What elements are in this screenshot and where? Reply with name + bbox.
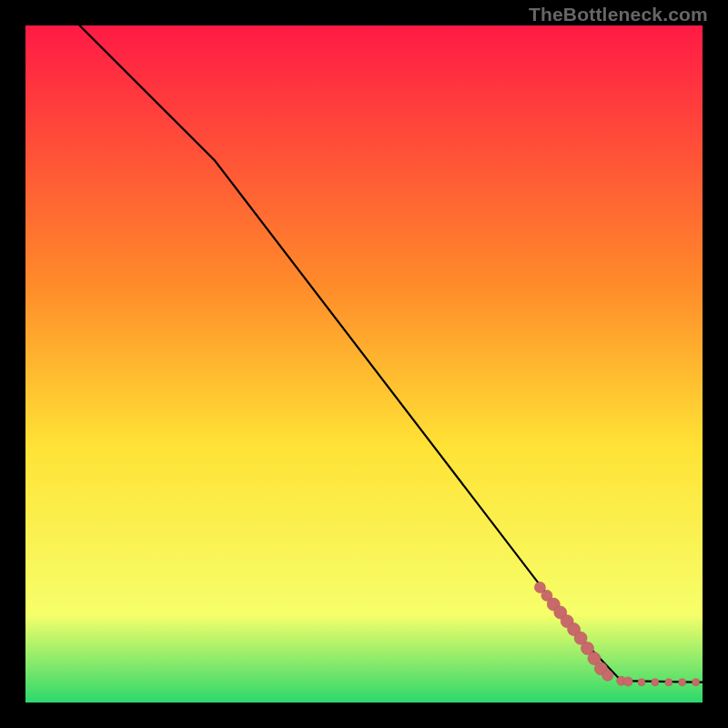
data-point <box>638 679 645 686</box>
data-point <box>623 677 632 686</box>
data-point <box>693 679 700 686</box>
chart-svg <box>25 25 703 703</box>
data-point <box>679 679 686 686</box>
gradient-background <box>25 25 703 703</box>
plot-area <box>25 25 703 703</box>
watermark-text: TheBottleneck.com <box>529 4 708 25</box>
data-point <box>665 679 672 686</box>
data-point <box>652 679 659 686</box>
data-point <box>602 670 613 681</box>
chart-stage: TheBottleneck.com <box>0 0 728 728</box>
